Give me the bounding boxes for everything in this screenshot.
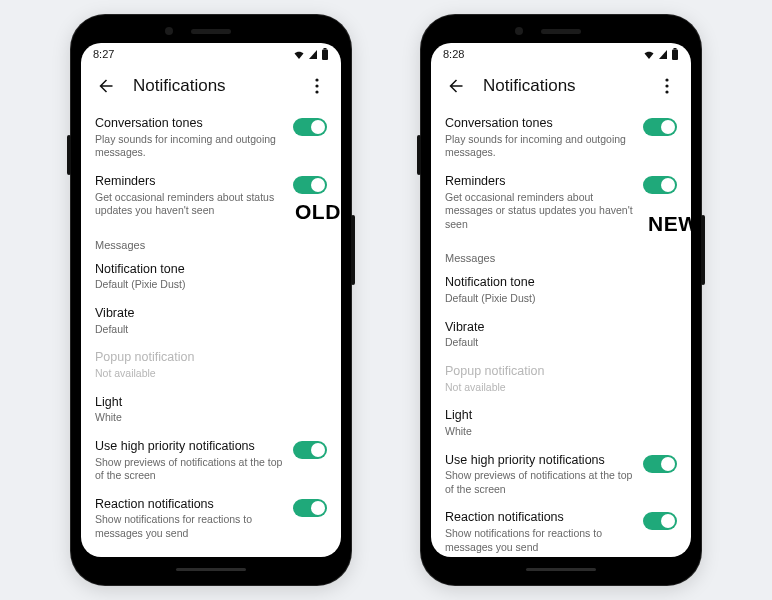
signal-icon <box>658 49 668 59</box>
row-vibrate[interactable]: Vibrate Default <box>431 313 691 357</box>
svg-rect-5 <box>672 50 678 61</box>
svg-rect-6 <box>674 48 677 50</box>
svg-point-3 <box>315 84 318 87</box>
wifi-icon <box>293 49 305 59</box>
row-label: Reminders <box>95 174 283 190</box>
phone-left: 8:27 Notifications Conv <box>71 15 351 585</box>
toggle-high-priority[interactable] <box>643 455 677 473</box>
statusbar: 8:27 <box>81 43 341 65</box>
statusbar: 8:28 <box>431 43 691 65</box>
toggle-conversation-tones[interactable] <box>293 118 327 136</box>
row-sub: Not available <box>445 381 677 395</box>
row-sub: White <box>445 425 677 439</box>
toggle-high-priority[interactable] <box>293 441 327 459</box>
row-label: Reminders <box>445 174 633 190</box>
row-high-priority[interactable]: Use high priority notifications Show pre… <box>431 446 691 504</box>
svg-point-9 <box>665 90 668 93</box>
row-sub: Play sounds for incoming and outgoing me… <box>445 133 633 160</box>
row-reaction-notifications[interactable]: Reaction notifications Show notification… <box>81 490 341 548</box>
row-label: Conversation tones <box>95 116 283 132</box>
clock: 8:27 <box>93 48 114 60</box>
row-sub: White <box>95 411 327 425</box>
settings-list[interactable]: Conversation tones Play sounds for incom… <box>81 107 341 557</box>
row-vibrate[interactable]: Vibrate Default <box>81 299 341 343</box>
battery-icon <box>671 48 679 60</box>
more-vert-icon <box>315 78 319 94</box>
row-notification-tone[interactable]: Notification tone Default (Pixie Dust) <box>81 255 341 299</box>
row-label: Popup notification <box>95 350 327 366</box>
row-conversation-tones[interactable]: Conversation tones Play sounds for incom… <box>431 109 691 167</box>
badge-old: OLD <box>295 200 341 224</box>
back-button[interactable] <box>91 72 119 100</box>
row-label: Light <box>445 408 677 424</box>
arrow-left-icon <box>446 77 464 95</box>
row-label: Reaction notifications <box>445 510 633 526</box>
phone-right: 8:28 Notifications Conv <box>421 15 701 585</box>
home-indicator[interactable] <box>176 568 246 571</box>
svg-point-2 <box>315 78 318 81</box>
home-indicator[interactable] <box>526 568 596 571</box>
row-high-priority[interactable]: Use high priority notifications Show pre… <box>81 432 341 490</box>
clock: 8:28 <box>443 48 464 60</box>
row-light[interactable]: Light White <box>81 388 341 432</box>
row-sub: Default <box>445 336 677 350</box>
row-label: Popup notification <box>445 364 677 380</box>
appbar: Notifications <box>81 65 341 107</box>
section-header-messages: Messages <box>81 225 341 255</box>
row-popup-notification: Popup notification Not available <box>81 343 341 387</box>
row-label: Conversation tones <box>445 116 633 132</box>
appbar: Notifications <box>431 65 691 107</box>
toggle-reminders[interactable] <box>643 176 677 194</box>
badge-new: NEW <box>648 212 699 236</box>
row-sub: Get occasional reminders about messages … <box>445 191 633 232</box>
row-label: Light <box>95 395 327 411</box>
section-header-messages: Messages <box>431 238 691 268</box>
row-sub: Play sounds for incoming and outgoing me… <box>95 133 283 160</box>
page-title: Notifications <box>483 76 576 96</box>
row-sub: Default (Pixie Dust) <box>445 292 677 306</box>
page-title: Notifications <box>133 76 226 96</box>
row-sub: Show notifications for reactions to mess… <box>445 527 633 554</box>
signal-icon <box>308 49 318 59</box>
row-label: Notification tone <box>445 275 677 291</box>
row-sub: Show previews of notifications at the to… <box>95 456 283 483</box>
arrow-left-icon <box>96 77 114 95</box>
row-sub: Show notifications for reactions to mess… <box>95 513 283 540</box>
row-sub: Not available <box>95 367 327 381</box>
row-label: Notification tone <box>95 262 327 278</box>
svg-point-7 <box>665 78 668 81</box>
more-vert-icon <box>665 78 669 94</box>
screen-right: 8:28 Notifications Conv <box>431 43 691 557</box>
toggle-conversation-tones[interactable] <box>643 118 677 136</box>
row-sub: Default <box>95 323 327 337</box>
row-label: Use high priority notifications <box>445 453 633 469</box>
toggle-reminders[interactable] <box>293 176 327 194</box>
row-sub: Get occasional reminders about status up… <box>95 191 283 218</box>
row-popup-notification: Popup notification Not available <box>431 357 691 401</box>
toggle-reaction[interactable] <box>643 512 677 530</box>
row-sub: Show previews of notifications at the to… <box>445 469 633 496</box>
row-label: Vibrate <box>95 306 327 322</box>
svg-rect-0 <box>322 50 328 61</box>
row-label: Use high priority notifications <box>95 439 283 455</box>
svg-point-4 <box>315 90 318 93</box>
wifi-icon <box>643 49 655 59</box>
svg-point-8 <box>665 84 668 87</box>
row-conversation-tones[interactable]: Conversation tones Play sounds for incom… <box>81 109 341 167</box>
row-label: Vibrate <box>445 320 677 336</box>
overflow-button[interactable] <box>303 72 331 100</box>
overflow-button[interactable] <box>653 72 681 100</box>
screen-left: 8:27 Notifications Conv <box>81 43 341 557</box>
svg-rect-1 <box>324 48 327 50</box>
toggle-reaction[interactable] <box>293 499 327 517</box>
back-button[interactable] <box>441 72 469 100</box>
row-notification-tone[interactable]: Notification tone Default (Pixie Dust) <box>431 268 691 312</box>
row-light[interactable]: Light White <box>431 401 691 445</box>
row-label: Reaction notifications <box>95 497 283 513</box>
battery-icon <box>321 48 329 60</box>
row-reaction-notifications[interactable]: Reaction notifications Show notification… <box>431 503 691 557</box>
settings-list[interactable]: Conversation tones Play sounds for incom… <box>431 107 691 557</box>
row-sub: Default (Pixie Dust) <box>95 278 327 292</box>
